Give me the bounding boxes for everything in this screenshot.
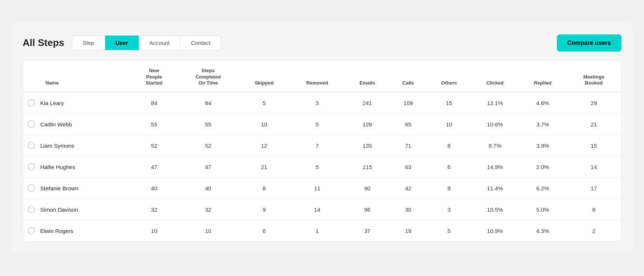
- tab-account[interactable]: Account: [139, 36, 180, 50]
- user-name: Elwin Rogers: [40, 228, 73, 234]
- cell-others: 3: [427, 199, 471, 220]
- cell-meetings_booked: 17: [567, 178, 621, 199]
- row-radio[interactable]: [28, 184, 35, 192]
- cell-calls: 71: [390, 135, 427, 156]
- cell-clicked: 12.1%: [471, 92, 519, 114]
- cell-meetings_booked: 2: [567, 220, 621, 242]
- row-radio[interactable]: [28, 206, 35, 213]
- cell-new_people: 55: [131, 114, 177, 135]
- cell-emails: 115: [345, 156, 390, 178]
- cell-replied: 5.0%: [519, 199, 567, 220]
- col-header-skipped: Skipped: [239, 61, 290, 92]
- name-cell: Elwin Rogers: [23, 220, 131, 242]
- cell-steps_completed: 10: [177, 220, 239, 242]
- col-header-calls: Calls: [390, 61, 427, 92]
- cell-new_people: 40: [131, 178, 177, 199]
- table-row: Liam Symons52521271357188.7%3.9%15: [23, 135, 621, 156]
- cell-steps_completed: 32: [177, 199, 239, 220]
- cell-new_people: 32: [131, 199, 177, 220]
- cell-calls: 42: [390, 178, 427, 199]
- col-header-others: Others: [427, 61, 471, 92]
- cell-removed: 14: [289, 199, 345, 220]
- compare-users-button[interactable]: Compare users: [557, 34, 622, 52]
- name-cell: Caitlin Webb: [23, 114, 131, 135]
- cell-skipped: 12: [239, 135, 290, 156]
- cell-others: 6: [427, 156, 471, 178]
- row-radio[interactable]: [28, 120, 35, 128]
- cell-replied: 6.2%: [519, 178, 567, 199]
- name-cell: Kia Leary: [23, 92, 131, 114]
- cell-clicked: 8.7%: [471, 135, 519, 156]
- table-row: Caitlin Webb5555105128651010.6%3.7%21: [23, 114, 621, 135]
- cell-steps_completed: 47: [177, 156, 239, 178]
- cell-skipped: 5: [239, 92, 290, 114]
- cell-removed: 7: [289, 135, 345, 156]
- row-radio[interactable]: [28, 227, 35, 234]
- cell-steps_completed: 55: [177, 114, 239, 135]
- cell-skipped: 6: [239, 220, 290, 242]
- page-container: All Steps StepUserAccountContact Compare…: [12, 23, 633, 253]
- table-row: Elwin Rogers1010613719510.9%4.3%2: [23, 220, 621, 242]
- name-cell: Stefanie Brown: [23, 178, 131, 199]
- cell-steps_completed: 40: [177, 178, 239, 199]
- cell-removed: 11: [289, 178, 345, 199]
- cell-meetings_booked: 29: [567, 92, 621, 114]
- cell-calls: 63: [390, 156, 427, 178]
- cell-others: 5: [427, 220, 471, 242]
- user-name: Caitlin Webb: [40, 121, 72, 128]
- name-cell: Liam Symons: [23, 135, 131, 156]
- data-table: NameNewPeopleStartedStepsCompletedOn Tim…: [23, 61, 621, 242]
- tab-step[interactable]: Step: [72, 36, 105, 50]
- cell-removed: 1: [289, 220, 345, 242]
- cell-calls: 19: [390, 220, 427, 242]
- cell-calls: 30: [390, 199, 427, 220]
- col-header-removed: Removed: [289, 61, 345, 92]
- cell-others: 15: [427, 92, 471, 114]
- table-row: Hallie Hughes474721511563614.9%2.0%14: [23, 156, 621, 178]
- cell-emails: 128: [345, 114, 390, 135]
- cell-skipped: 8: [239, 178, 290, 199]
- row-radio[interactable]: [28, 142, 35, 149]
- col-header-name: Name: [23, 61, 131, 92]
- cell-removed: 5: [289, 114, 345, 135]
- user-name: Hallie Hughes: [40, 164, 75, 170]
- cell-meetings_booked: 15: [567, 135, 621, 156]
- cell-meetings_booked: 14: [567, 156, 621, 178]
- cell-skipped: 21: [239, 156, 290, 178]
- cell-clicked: 11.4%: [471, 178, 519, 199]
- cell-clicked: 10.9%: [471, 220, 519, 242]
- cell-new_people: 84: [131, 92, 177, 114]
- name-cell: Simon Davison: [23, 199, 131, 220]
- tab-contact[interactable]: Contact: [180, 36, 221, 50]
- tabs: StepUserAccountContact: [72, 36, 221, 50]
- tab-user[interactable]: User: [105, 36, 139, 50]
- col-header-replied: Replied: [519, 61, 567, 92]
- cell-clicked: 10.5%: [471, 199, 519, 220]
- cell-emails: 241: [345, 92, 390, 114]
- cell-meetings_booked: 21: [567, 114, 621, 135]
- page-title: All Steps: [23, 37, 64, 49]
- cell-emails: 37: [345, 220, 390, 242]
- row-radio[interactable]: [28, 163, 35, 171]
- user-name: Liam Symons: [40, 142, 74, 149]
- cell-others: 8: [427, 135, 471, 156]
- cell-removed: 5: [289, 156, 345, 178]
- cell-others: 8: [427, 178, 471, 199]
- col-header-emails: Emails: [345, 61, 390, 92]
- cell-replied: 2.0%: [519, 156, 567, 178]
- cell-calls: 109: [390, 92, 427, 114]
- cell-clicked: 10.6%: [471, 114, 519, 135]
- cell-clicked: 14.9%: [471, 156, 519, 178]
- row-radio[interactable]: [28, 99, 35, 107]
- header: All Steps StepUserAccountContact Compare…: [23, 34, 622, 52]
- cell-emails: 135: [345, 135, 390, 156]
- cell-replied: 4.3%: [519, 220, 567, 242]
- cell-new_people: 47: [131, 156, 177, 178]
- user-name: Kia Leary: [40, 100, 64, 106]
- col-header-steps_completed: StepsCompletedOn Time: [177, 61, 239, 92]
- col-header-meetings_booked: MeetingsBooked: [567, 61, 621, 92]
- cell-replied: 3.7%: [519, 114, 567, 135]
- cell-emails: 96: [345, 199, 390, 220]
- cell-skipped: 10: [239, 114, 290, 135]
- table-row: Kia Leary8484532411091512.1%4.6%29: [23, 92, 621, 114]
